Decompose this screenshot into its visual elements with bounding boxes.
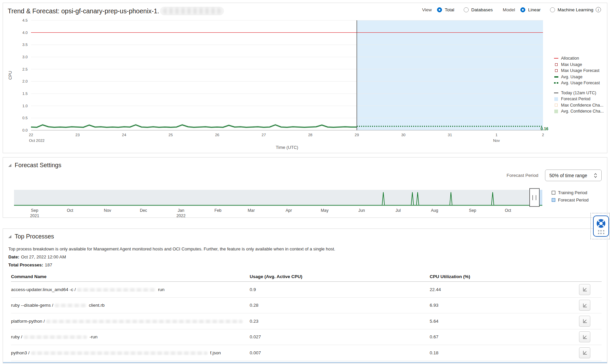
timeline-year-label: 2022 [176,213,186,218]
collapse-icon[interactable] [8,164,12,167]
view-trend-button[interactable] [579,284,590,295]
legend-item: Max Confidence Cha... [554,102,610,109]
legend-label: Forecast Period [558,197,589,202]
radio-selected-icon[interactable] [437,7,442,12]
table-header-row: Command NameUsage (Avg. Active CPU)CPU U… [11,272,602,282]
table-row: access-updater.linux_amd64 -c / run0.922… [11,282,602,298]
y-tick-label: 0.5 [22,116,28,120]
radio-unselected-icon[interactable] [550,7,555,12]
avg-confidence-swatch [554,110,559,113]
x-tick-label: 22 [29,133,33,137]
table-row: ruby --disable-gems / client.rb0.286.93 [11,298,602,314]
legend-item: Today (12am UTC) [554,90,610,96]
x-tick-label: 2 [542,133,544,137]
timeline-month-label: Aug [431,208,438,213]
info-icon[interactable]: i [596,7,601,12]
radio-unselected-icon[interactable] [464,7,469,12]
trend-chart-icon [582,334,587,340]
range-slider-handle[interactable] [530,188,539,206]
legend-item: Avg. Confidence Cha... [554,108,610,115]
y-tick-label: 3.5 [22,43,28,47]
actions-cell [572,316,602,327]
legend-label: Training Period [558,190,587,195]
legend-item: Forecast Period [554,96,610,102]
collapse-icon[interactable] [8,235,12,238]
y-tick-label: 4.5 [22,18,28,22]
total-processes-value: 187 [45,262,52,267]
avg-usage-forecast-swatch [554,82,559,84]
swatch-shape [554,76,558,78]
legend-item: Max Usage [554,62,610,68]
view-trend-button[interactable] [579,331,590,342]
view-trend-button[interactable] [579,300,590,311]
legend-label: Max Usage [561,62,582,67]
forecast-period-select[interactable]: 50% of time range [545,170,602,181]
legend-label: Forecast Period [561,97,590,101]
training-period-band [14,190,542,206]
x-tick-label: 26 [215,133,219,137]
radio-dot [522,9,524,11]
view-label: View [422,7,432,12]
x-tick-label: 30 [401,133,406,137]
model-option-linear[interactable]: Linear [520,7,541,12]
radio-label: Linear [528,7,541,12]
top-processes-panel: Top Processes Top process breakdown is o… [3,228,607,363]
swatch-shape [554,110,558,113]
view-trend-button[interactable] [579,347,590,358]
legend-gap [554,86,610,90]
date-value: Oct 27, 2022 12:00 AM [21,254,66,259]
timeline-month-label: Nov [104,208,112,213]
radio-label: Total [445,7,454,12]
redacted-host-suffix [160,7,224,15]
column-header: CPU Utilization (%) [430,274,572,279]
timeline-month-label: Jan [178,208,184,213]
command-prefix: ruby --disable-gems / [11,303,53,308]
actions-cell [572,300,602,311]
command-name-cell: ruby / -run [11,334,250,339]
max-usage-forecast-swatch [554,69,559,72]
command-name-cell: python3 / f.json [11,350,250,355]
x-tick-label: 25 [169,133,173,137]
trend-chart-icon [582,303,587,308]
timeline-month-label: Mar [248,208,255,213]
date-row: Date:Oct 27, 2022 12:00 AM [8,254,607,259]
cpu-utilization-cell: 22.44 [430,287,572,292]
view-trend-button[interactable] [579,316,590,327]
forecast-settings-panel: Forecast Settings Forecast Period 50% of… [3,157,607,218]
view-option-total[interactable]: Total [437,7,454,12]
avg-usage-swatch [554,76,559,78]
forecast-period-label: Forecast Period [507,173,538,178]
x-tick-label: 27 [262,133,266,137]
avg-usage-line [31,125,357,127]
actions-cell [572,284,602,295]
chart-controls: View TotalDatabases Model LinearMachine … [422,7,601,12]
cpu-utilization-cell: 0.18 [430,350,572,355]
date-label: Date: [8,254,19,259]
max-usage-swatch [554,63,559,66]
total-processes-label: Total Processes: [8,262,43,267]
view-option-databases[interactable]: Databases [464,7,493,12]
legend-label: Today (12am UTC) [561,91,596,95]
radio-selected-icon[interactable] [520,7,525,12]
usage-cell: 0.28 [250,303,430,308]
command-prefix: platform-python / [11,319,45,324]
help-launcher[interactable] [593,215,609,237]
redacted-text [24,335,87,339]
y-tick-label: 2.0 [22,79,28,83]
legend-item: Max Usage Forecast [554,68,610,74]
trend-forecast-panel: Trend & Forecast: opsi-gf-canary-prep-us… [3,3,607,153]
cpu-utilization-cell: 0.67 [430,334,572,339]
x-tick-label: 31 [448,133,452,137]
timeline-month-label: Sep [469,208,476,213]
forecast-settings-title: Forecast Settings [15,162,61,169]
swatch-shape [555,104,558,107]
model-radio-group: LinearMachine Learningi [520,7,601,12]
timeline-legend-item: Training Period [552,189,589,196]
forecast-end-value: 0.16 [541,127,549,131]
radio-label: Databases [471,7,493,12]
model-option-machine-learning[interactable]: Machine Learningi [550,7,601,12]
x-tick-label: 24 [122,133,126,137]
command-suffix: f.json [209,350,221,355]
timeline-month-label: Jul [395,208,401,213]
timeline-month-label: Sep [31,208,38,213]
